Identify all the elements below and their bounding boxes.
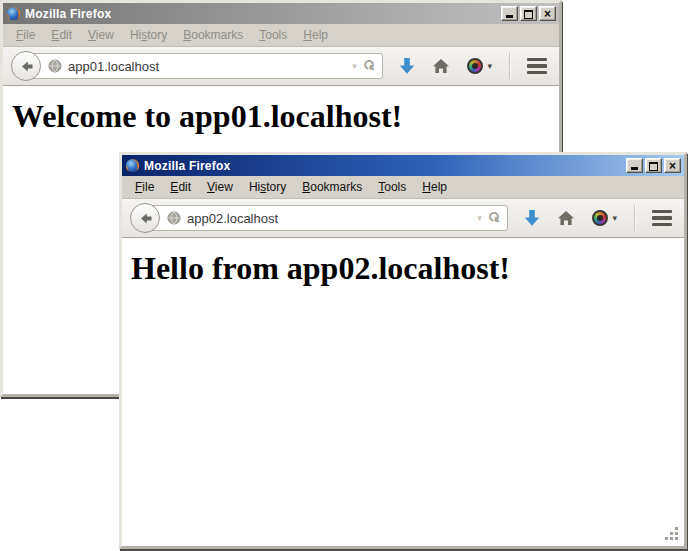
titlebar[interactable]: Mozilla Firefox × — [122, 155, 684, 176]
maximize-button[interactable] — [645, 158, 662, 173]
maximize-button[interactable] — [520, 6, 537, 21]
navigation-toolbar: app02.localhost ▾ ⟳ ▾ — [122, 199, 684, 238]
mnemonic-letter: V — [207, 180, 215, 194]
page-heading: Hello from app02.localhost! — [131, 250, 684, 287]
lens-addon-icon — [467, 58, 483, 74]
mnemonic-letter: V — [88, 28, 96, 42]
download-button[interactable] — [399, 57, 415, 75]
menu-view[interactable]: View — [80, 26, 122, 44]
minimize-icon — [506, 15, 513, 18]
urlbar-dropdown-icon[interactable]: ▾ — [352, 61, 357, 71]
menu-history[interactable]: History — [122, 26, 175, 44]
menu-bookmarks[interactable]: Bookmarks — [175, 26, 251, 44]
menu-file[interactable]: File — [127, 178, 162, 196]
addon-button[interactable]: ▾ — [592, 210, 617, 226]
download-arrow-icon — [524, 209, 540, 227]
url-input[interactable]: app01.localhost — [68, 59, 346, 74]
back-arrow-icon — [137, 210, 154, 227]
addon-button[interactable]: ▾ — [467, 58, 492, 74]
minimize-icon — [631, 167, 638, 170]
reload-icon[interactable]: ⟳ — [358, 56, 380, 77]
download-button[interactable] — [524, 209, 540, 227]
back-arrow-icon — [18, 58, 35, 75]
page-content: Hello from app02.localhost! — [122, 238, 684, 546]
page-heading: Welcome to app01.localhost! — [12, 98, 559, 135]
titlebar[interactable]: Mozilla Firefox × — [3, 3, 559, 24]
menu-help[interactable]: Help — [295, 26, 336, 44]
back-button[interactable] — [130, 203, 160, 233]
url-bar[interactable]: app02.localhost ▾ ⟳ — [144, 205, 508, 231]
back-button[interactable] — [11, 51, 41, 81]
maximize-icon — [649, 162, 658, 171]
menu-view[interactable]: View — [199, 178, 241, 196]
resize-grip[interactable] — [664, 526, 680, 542]
firefox-logo-icon[interactable] — [125, 158, 140, 173]
menu-edit[interactable]: Edit — [162, 178, 199, 196]
minimize-button[interactable] — [626, 158, 643, 173]
window-title: Mozilla Firefox — [25, 7, 497, 21]
firefox-window-app02: Mozilla Firefox × File Edit View History… — [119, 152, 687, 549]
urlbar-dropdown-icon[interactable]: ▾ — [477, 213, 482, 223]
menu-bookmarks[interactable]: Bookmarks — [294, 178, 370, 196]
firefox-logo-icon[interactable] — [6, 6, 21, 21]
toolbar-separator — [509, 53, 510, 79]
minimize-button[interactable] — [501, 6, 518, 21]
lens-addon-icon — [592, 210, 608, 226]
globe-icon[interactable] — [167, 211, 181, 225]
close-button[interactable]: × — [539, 6, 556, 21]
menu-tools[interactable]: Tools — [251, 26, 295, 44]
url-input[interactable]: app02.localhost — [187, 211, 471, 226]
home-button[interactable] — [432, 58, 450, 74]
window-title: Mozilla Firefox — [144, 159, 622, 173]
menu-edit[interactable]: Edit — [43, 26, 80, 44]
hamburger-menu-button[interactable] — [652, 210, 672, 227]
toolbar-separator — [634, 205, 635, 231]
menu-file[interactable]: File — [8, 26, 43, 44]
addon-caret-icon[interactable]: ▾ — [487, 61, 492, 71]
navigation-toolbar: app01.localhost ▾ ⟳ ▾ — [3, 47, 559, 86]
home-icon — [557, 210, 575, 226]
home-icon — [432, 58, 450, 74]
mnemonic-letter: H — [422, 180, 431, 194]
desktop: Mozilla Firefox × File Edit View History… — [0, 0, 688, 551]
globe-icon[interactable] — [48, 59, 62, 73]
menu-history[interactable]: History — [241, 178, 294, 196]
menu-bar: File Edit View History Bookmarks Tools H… — [122, 176, 684, 199]
close-button[interactable]: × — [664, 158, 681, 173]
close-icon: × — [669, 161, 676, 171]
hamburger-menu-button[interactable] — [527, 58, 547, 75]
addon-caret-icon[interactable]: ▾ — [612, 213, 617, 223]
mnemonic-letter: H — [303, 28, 312, 42]
close-icon: × — [544, 9, 551, 19]
reload-icon[interactable]: ⟳ — [483, 208, 505, 229]
menu-bar: File Edit View History Bookmarks Tools H… — [3, 24, 559, 47]
menu-tools[interactable]: Tools — [370, 178, 414, 196]
url-bar[interactable]: app01.localhost ▾ ⟳ — [25, 53, 383, 79]
home-button[interactable] — [557, 210, 575, 226]
menu-help[interactable]: Help — [414, 178, 455, 196]
download-arrow-icon — [399, 57, 415, 75]
maximize-icon — [524, 10, 533, 19]
